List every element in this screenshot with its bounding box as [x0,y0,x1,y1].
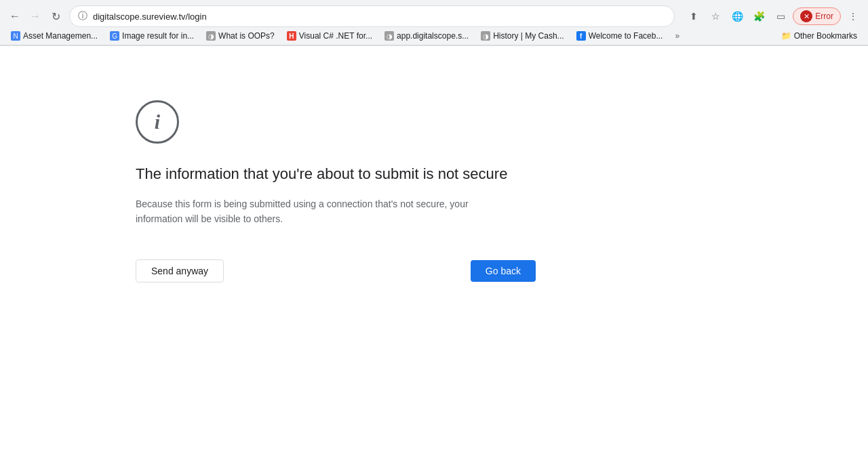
tab-icon: ▭ [776,11,785,22]
extensions-icon: 🧩 [753,11,765,22]
bookmark-favicon-b3: ◑ [206,31,216,41]
bookmark-label-b4: Visual C# .NET for... [299,31,372,41]
url-text: digitalscope.sureview.tv/login [93,12,666,22]
bookmark-item-b4[interactable]: H Visual C# .NET for... [281,29,378,43]
folder-icon: 📁 [781,31,791,41]
info-icon-circle: i [136,100,179,144]
star-icon: ☆ [711,11,720,22]
more-icon: » [675,31,679,41]
bookmark-favicon-b5: ◑ [384,31,394,41]
bookmark-item-b6[interactable]: ◑ History | My Cash... [475,29,569,43]
bookmark-label-b2: Image result for in... [122,31,194,41]
extensions-button[interactable]: 🧩 [749,7,768,26]
bookmark-item-b7[interactable]: f Welcome to Faceb... [571,29,669,43]
menu-button[interactable]: ⋮ [844,7,863,26]
bookmark-label-b1: Asset Managemen... [23,31,98,41]
bookmark-label-b3: What is OOPs? [218,31,275,41]
bookmark-favicon-b1: N [11,31,20,41]
lock-icon: ⓘ [78,10,87,22]
page-content: i The information that you're about to s… [0,46,868,461]
title-bar: ← → ↻ ⓘ digitalscope.sureview.tv/login ⬆… [0,0,868,27]
bookmark-favicon-b6: ◑ [481,31,490,41]
forward-button[interactable]: → [26,7,45,26]
back-button[interactable]: ← [5,7,24,26]
bookmark-label-b6: History | My Cash... [493,31,564,41]
error-badge[interactable]: ✕ Error [793,7,841,25]
translate-button[interactable]: 🌐 [728,7,747,26]
reload-icon: ↻ [52,10,60,23]
menu-icon: ⋮ [848,11,858,22]
forward-icon: → [30,10,41,22]
profile-avatar: ✕ [800,10,812,22]
browser-chrome: ← → ↻ ⓘ digitalscope.sureview.tv/login ⬆… [0,0,868,46]
bookmark-label-b7: Welcome to Faceb... [589,31,663,41]
page-description: Because this form is being submitted usi… [136,196,509,227]
error-badge-label: Error [815,12,833,21]
download-button[interactable]: ⬆ [684,7,703,26]
bookmark-item-b2[interactable]: G Image result for in... [104,29,199,43]
reload-button[interactable]: ↻ [46,7,65,26]
back-icon: ← [9,10,20,22]
buttons-row: Send anyway Go back [136,259,536,282]
bookmark-button[interactable]: ☆ [706,7,725,26]
other-bookmarks-button[interactable]: 📁 Other Bookmarks [776,29,863,43]
translate-icon: 🌐 [732,11,743,22]
bookmark-favicon-b2: G [110,31,119,41]
tab-search-button[interactable]: ▭ [771,7,790,26]
bookmark-item-b1[interactable]: N Asset Managemen... [5,29,103,43]
info-icon: i [155,110,160,133]
toolbar-icons: ⬆ ☆ 🌐 🧩 ▭ ✕ Error ⋮ [684,7,863,26]
bookmarks-bar: N Asset Managemen... G Image result for … [0,27,868,45]
send-anyway-button[interactable]: Send anyway [136,259,224,282]
nav-buttons: ← → ↻ [5,7,65,26]
bookmark-item-b3[interactable]: ◑ What is OOPs? [201,29,280,43]
bookmark-favicon-b4: H [287,31,296,41]
bookmark-label-b5: app.digitalscope.s... [397,31,469,41]
download-icon: ⬆ [690,11,698,22]
bookmark-more-button[interactable]: » [669,29,685,43]
go-back-button[interactable]: Go back [471,260,536,282]
other-bookmarks-label: Other Bookmarks [794,31,857,41]
bookmark-item-b5[interactable]: ◑ app.digitalscope.s... [379,29,474,43]
address-bar[interactable]: ⓘ digitalscope.sureview.tv/login [69,5,675,27]
bookmark-favicon-b7: f [576,31,586,41]
page-heading: The information that you're about to sub… [136,165,507,183]
